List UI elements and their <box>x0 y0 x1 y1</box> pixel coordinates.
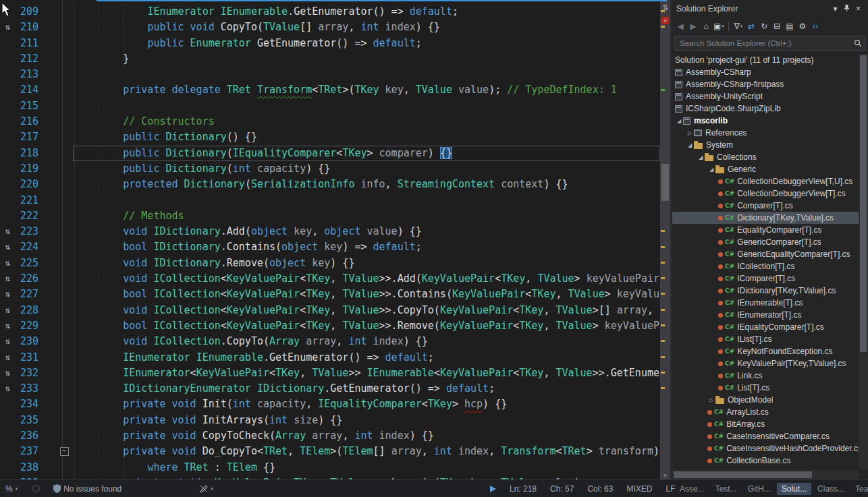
code-line-217[interactable]: 217 public Dictionary() {} <box>0 129 660 145</box>
line-number[interactable]: 236 <box>15 428 54 444</box>
scrollbar-thumb[interactable] <box>674 471 812 478</box>
code-line-220[interactable]: 220 protected Dictionary(SerializationIn… <box>0 177 660 192</box>
tool-window-tab-gith[interactable]: GitH... <box>743 483 776 495</box>
code-line-214[interactable]: 214 private delegate TRet Transform<TRet… <box>0 82 660 98</box>
code-line-221[interactable]: 221 <box>0 193 660 208</box>
line-number[interactable]: 214 <box>15 82 54 98</box>
home-button[interactable]: ⌂ <box>701 21 711 32</box>
line-number[interactable]: 220 <box>15 177 54 192</box>
forward-button[interactable]: ▶ <box>688 21 699 32</box>
line-number[interactable]: 226 <box>15 271 54 287</box>
document-error-indicator-icon[interactable]: × <box>661 17 669 24</box>
tree-item-idictionary-tkey-tvalue-cs[interactable]: C#IDictionary[TKey,TValue].cs <box>672 285 859 297</box>
tree-item-bitarray-cs[interactable]: C#BitArray.cs <box>672 418 859 430</box>
code-line-229[interactable]: ⇅229 bool ICollection<KeyValuePair<TKey,… <box>0 318 660 334</box>
tree-horizontal-scrollbar[interactable] <box>672 470 859 479</box>
tree-item-iequalitycomparer-t-cs[interactable]: C#IEqualityComparer[T].cs <box>672 321 859 333</box>
tree-item-collectiondebuggerview-t-cs[interactable]: C#CollectionDebuggerView[T].cs <box>672 187 859 200</box>
tree-item-list-t-cs[interactable]: C#List[T].cs <box>672 382 859 394</box>
line-number[interactable]: 222 <box>15 208 54 224</box>
properties-button[interactable]: ⚙ <box>797 21 808 32</box>
tree-item-keynotfoundexception-cs[interactable]: C#KeyNotFoundException.cs <box>672 345 859 357</box>
line-number[interactable]: 213 <box>15 67 54 82</box>
reference-gutter-icon[interactable]: ⇅ <box>0 224 15 239</box>
code-line-224[interactable]: ⇅224 bool IDictionary.Contains(object ke… <box>0 239 660 255</box>
reference-gutter-icon[interactable]: ⇅ <box>0 350 15 366</box>
code-line-238[interactable]: 238 where TRet : TElem {} <box>0 460 660 475</box>
code-line-228[interactable]: ⇅228 void ICollection<KeyValuePair<TKey,… <box>0 303 660 318</box>
reference-gutter-icon[interactable]: ⇅ <box>0 256 15 271</box>
line-number[interactable]: 219 <box>15 161 54 177</box>
tree-item-icomparer-t-cs[interactable]: C#IComparer[T].cs <box>672 272 859 285</box>
editor-vertical-scrollbar[interactable]: ⇅ × ▼ <box>660 0 670 479</box>
show-all-files-button[interactable]: ▤ <box>784 21 795 32</box>
tree-item-arraylist-cs[interactable]: C#ArrayList.cs <box>672 406 859 418</box>
line-number[interactable]: 229 <box>15 318 54 334</box>
code-line-227[interactable]: ⇅227 bool ICollection<KeyValuePair<TKey,… <box>0 287 660 302</box>
search-input[interactable] <box>678 38 854 48</box>
tree-item-icsharpcode-sharpziplib[interactable]: ICSharpCode.SharpZipLib <box>672 103 859 115</box>
code-line-219[interactable]: 219 public Dictionary(int capacity) {} <box>0 161 660 177</box>
code-line-237[interactable]: 237− private void Do_CopyTo<TRet, TElem>… <box>0 444 660 459</box>
tree-item-genericequalitycomparer-t-cs[interactable]: C#GenericEqualityComparer[T].cs <box>672 248 859 260</box>
line-number[interactable]: 212 <box>15 51 54 67</box>
tree-item-caseinsensitivehashcodeprovider-cs[interactable]: C#CaseInsensitiveHashCodeProvider.cs <box>672 442 859 455</box>
code-line-226[interactable]: ⇅226 void ICollection<KeyValuePair<TKey,… <box>0 271 660 287</box>
back-button[interactable]: ◀ <box>675 21 686 32</box>
search-box[interactable] <box>674 36 866 51</box>
code-line-211[interactable]: 211 public Enumerator GetEnumerator() =>… <box>0 36 660 51</box>
reference-gutter-icon[interactable]: ⇅ <box>0 318 15 334</box>
code-line-231[interactable]: ⇅231 IEnumerator IEnumerable.GetEnumerat… <box>0 350 660 366</box>
tree-item-solution-project-gui-11-of-11-projects[interactable]: Solution 'project-gui' (11 of 11 project… <box>672 54 859 66</box>
tree-item-assembly-csharp-firstpass[interactable]: Assembly-CSharp-firstpass <box>672 78 859 90</box>
tree-item-caseinsensitivecomparer-cs[interactable]: C#CaseInsensitiveComparer.cs <box>672 430 859 442</box>
line-number[interactable]: 231 <box>15 350 54 366</box>
reference-gutter-icon[interactable]: ⇅ <box>0 287 15 302</box>
tree-item-mscorlib[interactable]: ◢mscorlib <box>672 115 859 127</box>
sync-with-active-document-button[interactable]: ⇄ <box>746 21 757 32</box>
code-line-216[interactable]: 216 // Constructors <box>0 114 660 129</box>
scrollbar-thumb[interactable] <box>661 164 669 201</box>
code-line-233[interactable]: ⇅233 IDictionaryEnumerator IDictionary.G… <box>0 381 660 397</box>
tree-item-references[interactable]: ▷References <box>672 127 859 139</box>
code-line-239[interactable]: 239 private static KeyValuePair<TKey, TV… <box>0 475 660 479</box>
line-number[interactable]: 223 <box>15 224 54 239</box>
reference-gutter-icon[interactable]: ⇅ <box>0 271 15 287</box>
line-number[interactable]: 238 <box>15 460 54 475</box>
code-editor[interactable]: 209 IEnumerator IEnumerable.GetEnumerato… <box>0 0 670 479</box>
code-line-223[interactable]: ⇅223 void IDictionary.Add(object key, ob… <box>0 224 660 239</box>
tool-window-tab-asse[interactable]: Asse... <box>675 483 709 495</box>
line-indicator[interactable]: Ln: 218 <box>510 484 537 494</box>
reference-gutter-icon[interactable]: ⇅ <box>0 381 15 397</box>
line-number[interactable]: 224 <box>15 239 54 255</box>
background-task-icon[interactable] <box>32 485 40 492</box>
line-number[interactable]: 239 <box>15 475 54 479</box>
tree-vertical-scrollbar[interactable] <box>859 54 868 469</box>
close-panel-icon[interactable]: × <box>852 4 864 13</box>
line-number[interactable]: 215 <box>15 98 54 114</box>
tree-item-link-cs[interactable]: C#Link.cs <box>672 370 859 382</box>
line-number[interactable]: 210 <box>15 20 54 35</box>
switch-views-button[interactable]: ▣▾ <box>713 21 724 32</box>
line-number[interactable]: 225 <box>15 256 54 271</box>
edit-mode-control[interactable]: ▾ <box>200 485 213 493</box>
tree-item-comparer-t-cs[interactable]: C#Comparer[T].cs <box>672 200 859 212</box>
code-line-212[interactable]: 212 } <box>0 51 660 67</box>
character-indicator[interactable]: Ch: 57 <box>550 484 574 494</box>
pin-icon[interactable] <box>841 4 852 13</box>
reference-gutter-icon[interactable]: ⇅ <box>0 303 15 318</box>
view-code-button[interactable]: ‹› <box>810 21 821 32</box>
line-number[interactable]: 209 <box>15 4 54 20</box>
tree-item-collectiondebuggerview-t-u-cs[interactable]: C#CollectionDebuggerView[T,U].cs <box>672 175 859 187</box>
document-health-indicator[interactable]: No issues found <box>53 484 121 494</box>
tool-window-tab-class[interactable]: Class... <box>813 483 849 495</box>
line-number[interactable]: 234 <box>15 397 54 412</box>
tool-window-tab-test[interactable]: Test... <box>711 483 742 495</box>
line-number[interactable]: 221 <box>15 193 54 208</box>
code-line-230[interactable]: ⇅230 void ICollection.CopyTo(Array array… <box>0 334 660 349</box>
scrollbar-thumb[interactable] <box>860 55 867 352</box>
fold-collapse-button[interactable]: − <box>60 447 69 456</box>
scrollbar-down-arrow-icon[interactable]: ▼ <box>660 473 670 479</box>
tree-item-assembly-csharp[interactable]: Assembly-CSharp <box>672 66 859 78</box>
tree-item-generic[interactable]: ◢Generic <box>672 163 859 175</box>
